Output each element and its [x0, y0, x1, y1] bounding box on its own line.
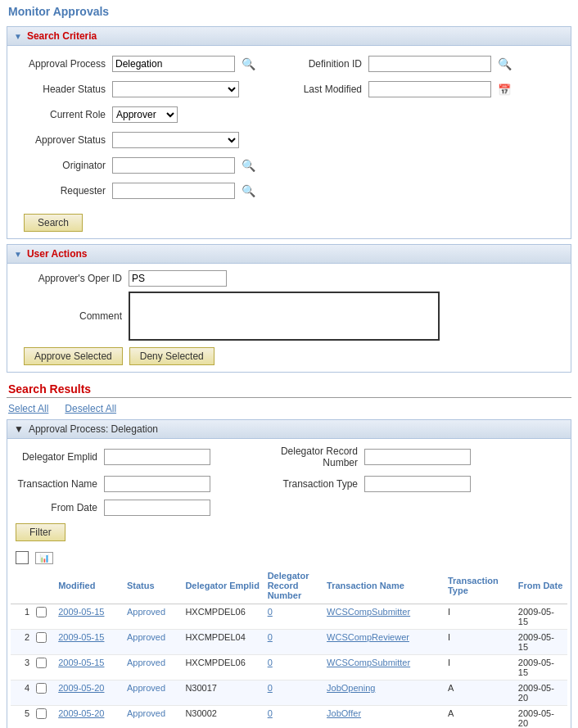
- row-num: 2: [11, 630, 33, 655]
- row-checkbox[interactable]: [36, 658, 47, 668]
- definition-id-row: Definition ID 🔍: [288, 56, 512, 72]
- table-row: 3 2009-05-15 Approved HXCMPDEL06 0 WCSCo…: [11, 655, 567, 681]
- row-transaction-name: JobOffer: [323, 706, 445, 729]
- col-header-delegator-emplid: Delegator Emplid: [182, 567, 264, 604]
- row-checkbox[interactable]: [36, 632, 47, 643]
- approval-process-collapse-icon[interactable]: ▼: [14, 423, 24, 435]
- row-delegator-record-num: 0: [264, 681, 323, 706]
- spreadsheet-icon[interactable]: 📊: [35, 552, 53, 564]
- from-date-filter-label: From Date: [16, 502, 97, 513]
- current-role-row: Current Role Approver Reviewer: [16, 106, 255, 123]
- table-row: 2 2009-05-15 Approved HXCMPDEL04 0 WCSCo…: [11, 630, 567, 655]
- form-left-col: Approval Process 🔍 Header Status Pending…: [16, 56, 255, 204]
- approval-process-section-header[interactable]: ▼ Approval Process: Delegation: [7, 420, 571, 439]
- results-divider: [7, 397, 571, 398]
- row-checkbox-cell: [33, 706, 55, 729]
- row-from-date: 2009-05-15: [515, 655, 567, 681]
- originator-input[interactable]: [112, 157, 235, 174]
- row-checkbox[interactable]: [36, 683, 47, 694]
- approval-process-search-icon[interactable]: 🔍: [242, 57, 255, 70]
- row-checkbox[interactable]: [36, 607, 47, 617]
- search-criteria-section: ▼ Search Criteria Approval Process 🔍 Hea…: [7, 26, 571, 239]
- row-status: Approved: [124, 630, 182, 655]
- header-status-label: Header Status: [16, 84, 106, 95]
- row-checkbox-cell: [33, 630, 55, 655]
- col-header-modified: Modified: [55, 567, 124, 604]
- requester-input[interactable]: [112, 183, 235, 199]
- table-row: 4 2009-05-20 Approved N30017 0 JobOpenin…: [11, 681, 567, 706]
- approver-status-row: Approver Status Pending Approved Denied: [16, 132, 255, 148]
- col-header-num: [11, 567, 33, 604]
- row-modified: 2009-05-20: [55, 706, 124, 729]
- approver-oper-id-label: Approver's Oper ID: [16, 273, 122, 284]
- comment-textarea[interactable]: [129, 292, 440, 341]
- row-delegator-record-num: 0: [264, 655, 323, 681]
- row-from-date: 2009-05-15: [515, 604, 567, 630]
- approval-process-section: ▼ Approval Process: Delegation Delegator…: [7, 419, 571, 728]
- user-actions-header[interactable]: ▼ User Actions: [7, 245, 571, 264]
- deny-selected-button[interactable]: Deny Selected: [129, 347, 214, 365]
- row-delegator-record-num: 0: [264, 604, 323, 630]
- col-header-delegator-record-num: Delegator Record Number: [264, 567, 323, 604]
- collapse-icon[interactable]: ▼: [14, 32, 22, 41]
- col-header-transaction-name: Transaction Name: [323, 567, 445, 604]
- approver-oper-id-input[interactable]: [129, 270, 227, 287]
- row-delegator-record-num: 0: [264, 706, 323, 729]
- search-results-title: Search Results: [0, 378, 578, 397]
- search-button[interactable]: Search: [24, 214, 83, 232]
- delegator-record-num-filter-label: Delegator Record Number: [243, 445, 358, 468]
- transaction-name-filter-input[interactable]: [104, 476, 210, 492]
- user-actions-collapse-icon[interactable]: ▼: [14, 250, 22, 259]
- transaction-type-filter-label: Transaction Type: [243, 478, 358, 490]
- table-body: 1 2009-05-15 Approved HXCMPDEL06 0 WCSCo…: [11, 604, 567, 729]
- select-all-checkbox[interactable]: [16, 551, 29, 564]
- requester-search-icon[interactable]: 🔍: [242, 184, 255, 197]
- row-transaction-type: I: [445, 604, 515, 630]
- col-header-status: Status: [124, 567, 182, 604]
- filter-row-1: Delegator Emplid Delegator Record Number: [16, 445, 562, 473]
- originator-label: Originator: [16, 160, 106, 171]
- row-delegator-emplid: HXCMPDEL06: [182, 655, 264, 681]
- approve-selected-button[interactable]: Approve Selected: [24, 347, 123, 365]
- transaction-name-filter-row: Transaction Name: [16, 476, 210, 492]
- search-criteria-title: Search Criteria: [27, 30, 97, 42]
- originator-search-icon[interactable]: 🔍: [242, 159, 255, 172]
- last-modified-input[interactable]: [368, 81, 491, 97]
- approval-process-input[interactable]: [112, 56, 235, 72]
- delegator-record-num-filter-input[interactable]: [364, 449, 471, 465]
- comment-row: Comment: [16, 292, 562, 341]
- transaction-type-filter-input[interactable]: [364, 476, 471, 492]
- user-actions-section: ▼ User Actions Approver's Oper ID Commen…: [7, 244, 571, 373]
- header-status-select[interactable]: Pending Approved Denied: [112, 81, 239, 97]
- results-table: Modified Status Delegator Emplid Delegat…: [11, 567, 567, 728]
- approval-process-row: Approval Process 🔍: [16, 56, 255, 72]
- search-results-area: Search Results Select All Deselect All ▼…: [0, 378, 578, 728]
- approver-oper-id-row: Approver's Oper ID: [16, 270, 562, 287]
- row-transaction-type: A: [445, 706, 515, 729]
- search-criteria-header[interactable]: ▼ Search Criteria: [7, 27, 571, 46]
- delegator-emplid-filter-label: Delegator Emplid: [16, 451, 97, 463]
- filter-form: Delegator Emplid Delegator Record Number…: [7, 439, 571, 548]
- select-all-link[interactable]: Select All: [8, 403, 48, 414]
- deselect-all-link[interactable]: Deselect All: [65, 403, 116, 414]
- row-transaction-type: A: [445, 681, 515, 706]
- user-actions-body: Approver's Oper ID Comment Approve Selec…: [7, 264, 571, 372]
- action-buttons-row: Approve Selected Deny Selected: [16, 347, 562, 365]
- definition-id-input[interactable]: [368, 56, 491, 72]
- row-status: Approved: [124, 604, 182, 630]
- row-transaction-name: WCSCompSubmitter: [323, 655, 445, 681]
- row-checkbox[interactable]: [36, 708, 47, 719]
- row-num: 1: [11, 604, 33, 630]
- last-modified-calendar-icon[interactable]: 📅: [498, 84, 511, 96]
- delegator-emplid-filter-input[interactable]: [104, 449, 210, 465]
- filter-button[interactable]: Filter: [16, 523, 65, 541]
- approver-status-select[interactable]: Pending Approved Denied: [112, 132, 239, 148]
- search-criteria-form: Approval Process 🔍 Header Status Pending…: [16, 52, 562, 207]
- row-checkbox-cell: [33, 655, 55, 681]
- from-date-filter-input[interactable]: [104, 500, 210, 516]
- table-header-row: Modified Status Delegator Emplid Delegat…: [11, 567, 567, 604]
- col-header-transaction-type: Transaction Type: [445, 567, 515, 604]
- definition-id-search-icon[interactable]: 🔍: [498, 57, 512, 70]
- current-role-select[interactable]: Approver Reviewer: [112, 106, 178, 123]
- approval-process-label: Approval Process: [16, 58, 106, 70]
